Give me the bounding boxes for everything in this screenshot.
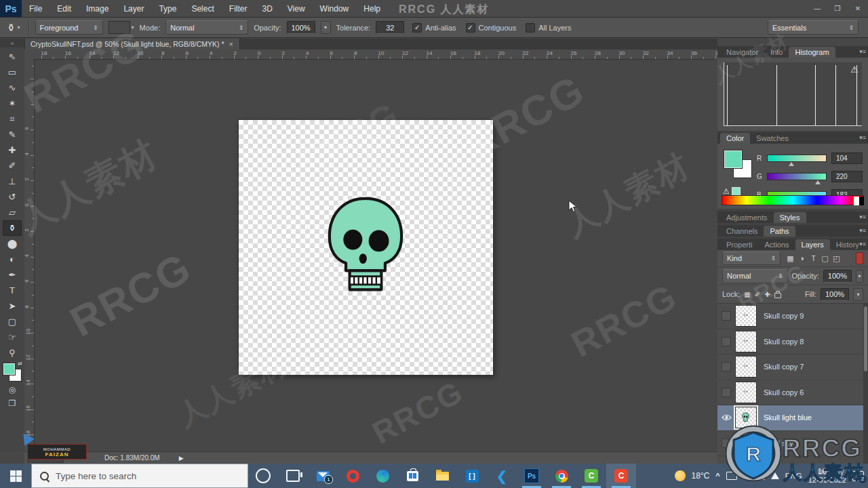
channel-slider[interactable] [767, 173, 827, 180]
camtasia-recorder-button[interactable]: C [606, 464, 636, 488]
scrollbar-thumb[interactable] [864, 306, 867, 371]
restore-button[interactable]: ❐ [827, 0, 848, 17]
tab-styles[interactable]: Styles [774, 212, 806, 223]
shape-tool[interactable]: ▢ [3, 314, 22, 329]
panel-menu-icon[interactable]: ▾≡ [859, 214, 866, 220]
kind-filter-dropdown[interactable]: Kind⇕ [722, 251, 781, 265]
dodge-tool[interactable]: ◐ [3, 251, 22, 267]
visibility-checkbox[interactable] [722, 337, 731, 346]
layer-row[interactable]: Skull light blue [717, 405, 868, 431]
lasso-tool[interactable]: ∿ [3, 80, 22, 96]
layer-row[interactable]: Skull copy 9 [717, 304, 868, 329]
lock-pixels-icon[interactable]: ✐ [755, 291, 760, 298]
temperature[interactable]: 18°C [692, 471, 710, 481]
language-indicator[interactable]: ENG [785, 472, 802, 480]
checkbox-icon[interactable]: ✓ [412, 23, 422, 33]
menu-3d[interactable]: 3D [254, 0, 279, 17]
paint-bucket-tool[interactable]: ⚱ [3, 220, 22, 236]
visibility-checkbox[interactable] [722, 362, 731, 371]
display-icon[interactable] [754, 472, 765, 480]
lock-all-icon[interactable] [774, 293, 781, 298]
warning-icon[interactable]: ⚠ [850, 64, 859, 75]
channel-value[interactable]: 104 [831, 152, 863, 164]
menu-view[interactable]: View [280, 0, 313, 17]
eyedropper-tool[interactable]: ✎ [3, 127, 22, 142]
foreground-background-swatches[interactable]: ⇄ [3, 363, 21, 381]
notification-icon[interactable]: 2 [852, 471, 864, 481]
type-tool[interactable]: T [3, 283, 22, 298]
panel-menu-icon[interactable]: ▾≡ [859, 227, 866, 234]
store-button[interactable] [397, 464, 427, 488]
clone-stamp-tool[interactable]: ⊥ [3, 174, 22, 189]
quick-mask-icon[interactable]: ◎ [9, 385, 16, 394]
status-expand-icon[interactable]: ▶ [179, 455, 184, 462]
filter-type-icon-3[interactable]: ▢ [819, 254, 831, 263]
menu-type[interactable]: Type [151, 0, 184, 17]
tab-channels[interactable]: Channels [720, 226, 764, 237]
close-tab-icon[interactable]: × [229, 40, 233, 48]
mode-dropdown[interactable]: Normal⇕ [165, 20, 248, 35]
tab-navigator[interactable]: Navigator [720, 47, 764, 58]
foreground-color-swatch[interactable] [724, 150, 742, 168]
tab-color[interactable]: Color [720, 133, 750, 144]
active-tool-icon[interactable]: ⚱ ▾ [4, 22, 23, 34]
menu-file[interactable]: File [22, 0, 50, 17]
visibility-toggle[interactable] [717, 337, 735, 346]
mail-button[interactable]: 1 [308, 464, 338, 488]
edge-button[interactable] [368, 464, 397, 488]
layer-filter-toggle[interactable] [856, 252, 863, 264]
crop-tool[interactable]: ⌗ [3, 111, 22, 127]
visibility-toggle[interactable] [717, 311, 735, 321]
tab-histogram[interactable]: Histogram [789, 47, 835, 58]
layer-row[interactable]: Skull copy 6 [717, 380, 868, 406]
color-spectrum-bar[interactable] [722, 195, 864, 205]
panel-menu-icon[interactable]: ▾≡ [859, 48, 866, 55]
history-brush-tool[interactable]: ↺ [3, 189, 22, 205]
option-all-layers[interactable]: All Layers [526, 23, 571, 33]
layer-thumbnail[interactable] [735, 305, 757, 327]
eraser-tool[interactable]: ▱ [3, 205, 22, 220]
opacity-dropdown-button[interactable]: ▾ [856, 270, 863, 283]
blur-tool[interactable]: ⬤ [3, 236, 22, 251]
checkbox-icon[interactable]: ✓ [466, 23, 475, 33]
menu-help[interactable]: Help [356, 0, 388, 17]
layer-thumbnail[interactable] [735, 432, 757, 454]
lock-transparency-icon[interactable]: ▦ [744, 291, 750, 298]
zoom-tool[interactable]: ⚲ [3, 345, 22, 361]
workspace-dropdown[interactable]: Essentials⇕ [768, 20, 859, 35]
tab-properti[interactable]: Properti [720, 239, 759, 250]
vscode-button[interactable]: ❮ [487, 464, 517, 488]
tab-layers[interactable]: Layers [795, 239, 830, 250]
panel-menu-icon[interactable]: ▾≡ [859, 134, 866, 141]
fill-source-dropdown[interactable]: Foreground⇕ [35, 20, 103, 35]
opera-button[interactable] [338, 464, 368, 488]
visibility-toggle[interactable] [717, 388, 735, 397]
visibility-checkbox[interactable] [722, 311, 731, 321]
layer-thumbnail[interactable] [735, 407, 757, 428]
lock-position-icon[interactable]: ✚ [764, 291, 770, 298]
fill-dropdown-button[interactable]: ▾ [853, 288, 863, 301]
keyboard-icon[interactable] [726, 472, 737, 480]
filter-type-icon-4[interactable]: ◰ [831, 254, 842, 263]
photoshop-button[interactable]: Ps [517, 464, 547, 488]
document-canvas[interactable] [239, 120, 493, 375]
task-view-button[interactable] [278, 464, 308, 488]
cortana-button[interactable] [248, 464, 278, 488]
taskbar-search[interactable]: Type here to search [31, 464, 248, 488]
foreground-color-swatch[interactable] [3, 363, 15, 375]
screen-mode-icon[interactable]: ❐ [9, 399, 16, 408]
document-tab[interactable]: CryptoSkullNFT.psd @ 50% (Skull light bl… [24, 39, 240, 49]
network-icon[interactable] [771, 472, 779, 479]
menu-filter[interactable]: Filter [222, 0, 255, 17]
move-tool[interactable]: ⇖ [3, 49, 22, 64]
file-explorer-button[interactable] [427, 464, 457, 488]
slider-thumb[interactable] [815, 180, 821, 184]
pattern-picker[interactable]: ▾ [108, 21, 134, 34]
close-button[interactable]: ✕ [848, 0, 868, 17]
weather-icon[interactable] [675, 470, 686, 481]
camtasia-button[interactable]: C [576, 464, 606, 488]
visibility-checkbox[interactable] [722, 388, 731, 397]
layer-row[interactable]: Skull sky [717, 431, 868, 457]
tolerance-input[interactable]: 32 [376, 21, 404, 34]
spectrum-bw-swatches[interactable] [854, 197, 864, 205]
